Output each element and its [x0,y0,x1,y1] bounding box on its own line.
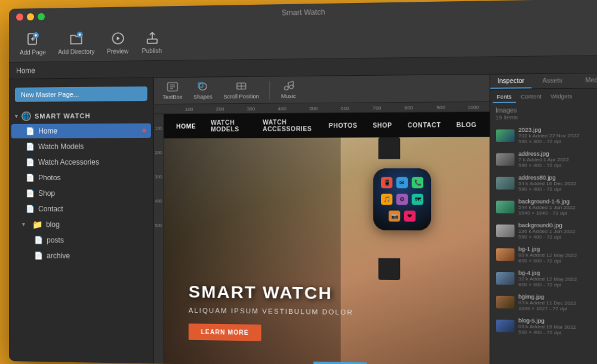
scroll-position-tool[interactable]: Scroll Position [220,79,263,101]
ruler-v-mark: 500 [155,223,163,248]
ruler-v-mark: 100 [155,127,163,151]
image-item-background0[interactable]: background0.jpg 196 k Added 1 Jun 202258… [494,220,597,242]
image-grid: 2023.jpg 702 k Added 22 Nov 2022580 × 40… [490,122,597,364]
add-directory-button[interactable]: Add Directory [53,28,99,58]
website-nav-blog[interactable]: BLOG [457,121,477,128]
app-icon-2: ✉ [396,177,408,188]
sidebar-item-photos[interactable]: 📄 Photos [11,171,151,185]
app-icon-7: 📷 [389,211,400,222]
image-thumb-bg0 [496,224,515,237]
publish-label: Publish [142,48,162,55]
image-meta-bgimg: 03 k Added 11 Dec 20221648 × 1627 - 72 d… [518,300,597,312]
image-info-bg0: background0.jpg 196 k Added 1 Jun 202258… [518,222,597,240]
panel-tab-assets[interactable]: Assets [531,73,573,88]
app-icon-1: 📱 [381,177,392,188]
image-item-bg4[interactable]: bg-4.jpg 32 k Added 12 May 2022800 × 600… [494,268,597,291]
website-hero: 📱 ✉ 📞 🎵 ⚙ 🗺 📷 ❤ [164,137,490,364]
website-nav-shop[interactable]: SHOP [373,122,392,129]
panel-subtab-content[interactable]: Content [517,91,546,103]
scroll-position-icon [236,81,247,93]
sidebar-label-watch-accessories: Watch Accessories [38,158,99,166]
sidebar-item-watch-accessories[interactable]: 📄 Watch Accessories [11,155,151,169]
publish-icon [143,29,161,47]
page-icon-watch-models: 📄 [26,143,35,151]
hero-title: SMART WATCH [189,282,353,304]
sidebar-item-shop[interactable]: 📄 Shop [11,186,151,200]
image-name-address80: address80.jpg [518,174,597,181]
panel-tab-media[interactable]: Media [573,73,597,88]
sidebar-item-home[interactable]: 📄 Home [11,124,151,138]
add-page-button[interactable]: Add Page [15,29,51,58]
website-nav-watch-models[interactable]: WATCH MODELS [211,119,248,133]
website-navigation: HOME WATCH MODELS WATCH ACCESSORIES PHOT… [164,112,490,138]
scroll-position-label: Scroll Position [223,93,259,100]
panel-subtab-widgets[interactable]: Widgets [547,91,576,103]
publish-button[interactable]: Publish [136,27,168,57]
image-item-address[interactable]: address.jpg 7 k Added 1 Apr 2022580 × 40… [494,149,597,170]
image-item-2023[interactable]: 2023.jpg 702 k Added 22 Nov 2022580 × 40… [494,125,597,147]
sidebar-item-contact[interactable]: 📄 Contact [11,202,151,217]
image-meta-bg0: 196 k Added 1 Jun 2022580 × 400 - 72 dpi [518,229,597,240]
page-icon-archive: 📄 [34,251,43,260]
image-item-bgimg[interactable]: bgimg.jpg 03 k Added 11 Dec 20221648 × 1… [494,291,597,314]
page-icon-home: 📄 [26,127,35,135]
panel-subtab-fonts[interactable]: Fonts [493,92,516,103]
ruler-mark: 800 [393,105,425,111]
minimize-button[interactable] [27,13,34,20]
status-dot [143,129,146,132]
website-nav-photos[interactable]: PHOTOS [329,122,358,129]
close-button[interactable] [16,13,23,20]
watch-body: 📱 ✉ 📞 🎵 ⚙ 🗺 📷 ❤ [373,168,431,230]
image-meta-bg15: 544 k Added 1 Jun 20221640 × 1640 - 72 d… [518,205,597,216]
preview-button[interactable]: Preview [102,27,134,57]
ruler-v-mark: 300 [155,175,163,199]
website-nav-home[interactable]: HOME [176,123,196,129]
hero-learn-more-button[interactable]: LEARN MORE [189,323,261,341]
add-directory-icon [68,30,85,48]
add-page-label: Add Page [20,49,46,56]
page-icon-posts: 📄 [34,236,43,244]
image-thumb-bg1 [496,248,515,261]
panel-tabs: Inspector Assets Media [490,73,597,90]
new-master-page-button[interactable]: New Master Page... [15,87,147,102]
sidebar-item-posts[interactable]: 📄 posts [11,233,151,248]
website-preview: HOME WATCH MODELS WATCH ACCESSORIES PHOT… [164,112,490,364]
image-item-bg1[interactable]: bg-1.jpg 88 k Added 12 May 2022800 × 600… [494,244,597,266]
page-icon-shop: 📄 [26,189,35,198]
preview-label: Preview [107,48,128,55]
watch-screen: 📱 ✉ 📞 🎵 ⚙ 🗺 📷 ❤ [373,168,431,230]
website-nav-watch-accessories[interactable]: WATCH ACCESSORIES [263,119,313,132]
ruler-mark: 200 [204,106,235,112]
image-thumb-bgimg [496,296,515,309]
image-thumb-blog5 [496,320,515,332]
sidebar: New Master Page... ▼ 🌐 SMART WATCH 📄 Hom… [9,78,154,363]
image-item-blog5[interactable]: blog-5.jpg 03 k Added 19 Mar 2022580 × 4… [494,315,597,338]
maximize-button[interactable] [38,13,45,20]
panel-tab-inspector[interactable]: Inspector [490,74,531,89]
sidebar-label-photos: Photos [38,174,61,182]
add-directory-label: Add Directory [58,48,94,55]
sidebar-item-watch-models[interactable]: 📄 Watch Models [11,139,151,154]
image-thumb-address [496,153,515,166]
music-tool[interactable]: Music [276,79,301,101]
textbox-tool[interactable]: TextBox [159,79,186,101]
image-thumb-2023 [496,129,515,142]
image-item-address80[interactable]: address80.jpg 54 k Added 16 Dec 2022580 … [494,172,597,194]
ruler-mark: 400 [266,106,297,112]
images-title: Images [496,107,517,114]
ruler-mark: 600 [330,106,361,112]
sidebar-label-archive: archive [47,251,70,260]
sidebar-label-contact: Contact [38,205,63,213]
app-window: Smart Watch Add Page [9,0,597,364]
canvas-area: TextBox Shapes [154,75,490,364]
image-info-bgimg: bgimg.jpg 03 k Added 11 Dec 20221648 × 1… [518,294,597,312]
website-nav-contact[interactable]: CONTACT [408,121,441,128]
watch-band-bottom [378,258,401,280]
shapes-tool[interactable]: Shapes [190,79,216,101]
sidebar-item-archive[interactable]: 📄 archive [11,248,151,264]
image-item-background-1-5[interactable]: background-1-5.jpg 544 k Added 1 Jun 202… [494,196,597,218]
image-info-address: address.jpg 7 k Added 1 Apr 2022580 × 40… [518,150,597,168]
svg-rect-10 [147,39,156,43]
sidebar-folder-blog[interactable]: ▼ 📁 blog [9,217,153,233]
page-icon-photos: 📄 [26,174,35,182]
